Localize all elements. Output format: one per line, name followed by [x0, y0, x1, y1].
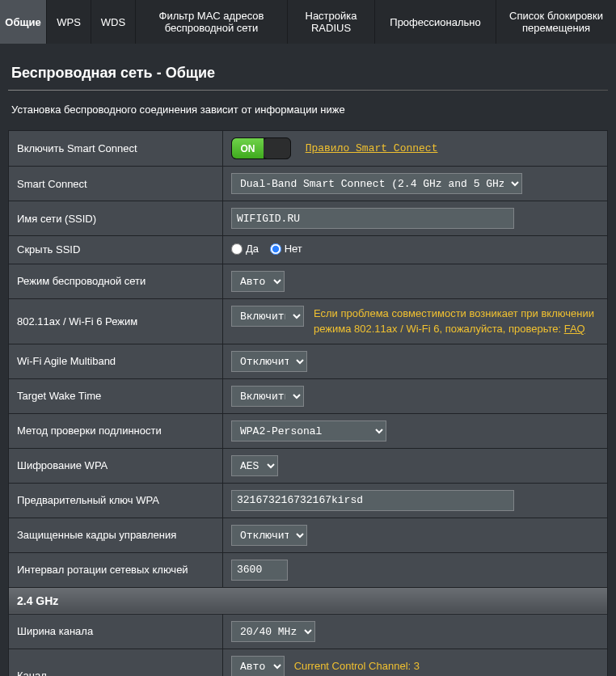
row-agile: Wi-Fi Agile Multiband Отключить	[9, 344, 608, 378]
label-bandwidth: Ширина канала	[9, 614, 223, 649]
smart-connect-toggle[interactable]: ON	[231, 137, 291, 159]
settings-table: Включить Smart Connect ON Правило Smart …	[8, 130, 608, 676]
label-auth: Метод проверки подлинности	[9, 413, 223, 448]
row-auth: Метод проверки подлинности WPA2-Personal	[9, 413, 608, 448]
row-wpa-enc: Шифрование WPA AES	[9, 448, 608, 483]
tab-wps[interactable]: WPS	[47, 0, 91, 44]
section-24ghz-title: 2.4 GHz	[9, 587, 608, 614]
channel-select[interactable]: Авто	[231, 656, 285, 677]
row-wifi6: 802.11ax / Wi-Fi 6 Режим Включить Если п…	[9, 298, 608, 344]
tab-radius[interactable]: Настройка RADIUS	[288, 0, 375, 44]
wifi6-hint: Если проблема совместимости возникает пр…	[314, 306, 599, 337]
twt-select[interactable]: Включить	[231, 386, 304, 407]
wifi6-select[interactable]: Включить	[231, 306, 304, 327]
label-ssid: Имя сети (SSID)	[9, 201, 223, 236]
wireless-mode-select[interactable]: Авто	[231, 271, 285, 292]
page-title: Беспроводная сеть - Общие	[8, 52, 608, 90]
label-smart-connect-enable: Включить Smart Connect	[9, 131, 223, 167]
label-rekey: Интервал ротации сетевых ключей	[9, 552, 223, 587]
row-pmf: Защищенные кадры управления Отключить	[9, 518, 608, 552]
row-smart-connect: Smart Connect Dual-Band Smart Connect (2…	[9, 167, 608, 201]
psk-input[interactable]	[231, 490, 514, 511]
bandwidth-select[interactable]: 20/40 MHz	[231, 621, 315, 642]
tabs-bar: Общие WPS WDS Фильтр MAC адресов беспров…	[0, 0, 616, 44]
row-hide-ssid: Скрыть SSID Да Нет	[9, 236, 608, 264]
tab-professional[interactable]: Профессионально	[375, 0, 496, 44]
smart-connect-rule-link[interactable]: Правило Smart Connect	[306, 142, 438, 154]
label-wpa-enc: Шифрование WPA	[9, 448, 223, 483]
wpa-enc-select[interactable]: AES	[231, 455, 278, 476]
row-psk: Предварительный ключ WPA	[9, 483, 608, 518]
hide-ssid-no[interactable]: Нет	[270, 243, 302, 255]
toggle-on-label: ON	[232, 138, 264, 158]
label-channel: Канал	[9, 649, 223, 676]
current-channel-text: Current Control Channel: 3	[294, 660, 420, 672]
divider	[8, 90, 608, 91]
toggle-knob	[264, 138, 290, 158]
row-smart-connect-enable: Включить Smart Connect ON Правило Smart …	[9, 131, 608, 167]
ssid-input[interactable]	[231, 208, 514, 229]
tab-roaming-block[interactable]: Список блокировки перемещения	[496, 0, 616, 44]
auth-select[interactable]: WPA2-Personal	[231, 420, 386, 442]
label-hide-ssid: Скрыть SSID	[9, 236, 223, 264]
row-channel: Канал Авто Current Control Channel: 3 Ав…	[9, 649, 608, 676]
smart-connect-select[interactable]: Dual-Band Smart Connect (2.4 GHz and 5 G…	[231, 173, 522, 194]
rekey-input[interactable]	[231, 560, 288, 581]
row-ssid: Имя сети (SSID)	[9, 201, 608, 236]
row-wireless-mode: Режим беспроводной сети Авто	[9, 264, 608, 298]
label-smart-connect: Smart Connect	[9, 167, 223, 201]
row-bandwidth: Ширина канала 20/40 MHz	[9, 614, 608, 649]
agile-select[interactable]: Отключить	[231, 351, 307, 372]
tab-mac-filter[interactable]: Фильтр MAC адресов беспроводной сети	[136, 0, 288, 44]
hide-ssid-yes[interactable]: Да	[231, 243, 259, 255]
label-psk: Предварительный ключ WPA	[9, 483, 223, 518]
label-twt: Target Wake Time	[9, 378, 223, 413]
pmf-select[interactable]: Отключить	[231, 525, 307, 546]
section-24ghz: 2.4 GHz	[9, 587, 608, 614]
row-rekey: Интервал ротации сетевых ключей	[9, 552, 608, 587]
row-twt: Target Wake Time Включить	[9, 378, 608, 413]
label-wifi6: 802.11ax / Wi-Fi 6 Режим	[9, 298, 223, 344]
label-agile: Wi-Fi Agile Multiband	[9, 344, 223, 378]
tab-wds[interactable]: WDS	[91, 0, 136, 44]
tab-general[interactable]: Общие	[0, 0, 47, 44]
label-wireless-mode: Режим беспроводной сети	[9, 264, 223, 298]
label-pmf: Защищенные кадры управления	[9, 518, 223, 552]
wifi6-faq-link[interactable]: FAQ	[564, 323, 585, 335]
page-description: Установка беспроводного соединения завис…	[8, 104, 608, 130]
